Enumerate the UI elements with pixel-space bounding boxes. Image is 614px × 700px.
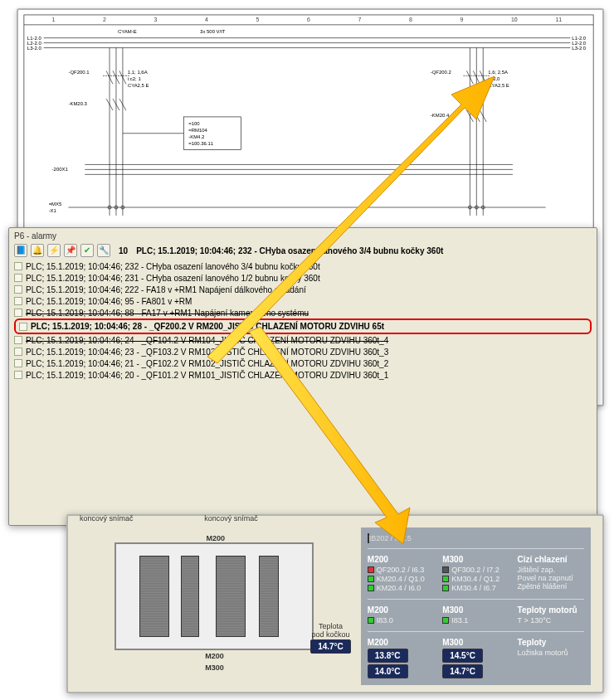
svg-text:-KM20.3: -KM20.3 xyxy=(68,101,87,106)
alarm-row[interactable]: PLC; 15.1.2019; 10:04:46; 21 - _QF102.2 … xyxy=(14,357,592,369)
svg-text:8: 8 xyxy=(409,17,412,22)
alarm-row[interactable]: PLC; 15.1.2019; 10:04:46; 95 - FA801 v +… xyxy=(14,295,592,307)
alarms-toolbar: 📘 🔔 ⚡ 📌 ✔ 🔧 10 PLC; 15.1.2019; 10:04:46;… xyxy=(14,244,592,257)
svg-text:7: 7 xyxy=(358,17,362,22)
alarm-checkbox[interactable] xyxy=(14,297,22,305)
alarm-row[interactable]: PLC; 15.1.2019; 10:04:46; 232 - CHyba os… xyxy=(14,260,592,272)
alarm-text: PLC; 15.1.2019; 10:04:46; 23 - _QF103.2 … xyxy=(26,348,388,357)
svg-text:=MX5: =MX5 xyxy=(49,202,62,207)
alarm-row[interactable]: PLC; 15.1.2019; 10:04:46; 222 - FA18 v +… xyxy=(14,284,592,295)
toolbar-bolt-icon[interactable]: ⚡ xyxy=(47,244,61,257)
m200-temps: M200 13.8°C 14.0°C xyxy=(368,638,434,678)
alarm-checkbox[interactable] xyxy=(14,309,22,317)
alarm-text: PLC; 15.1.2019; 10:04:46; 24 - _QF104.2 … xyxy=(26,336,388,345)
alarm-list: PLC; 15.1.2019; 10:04:46; 232 - CHyba os… xyxy=(14,260,592,381)
svg-text:-QF200.2: -QF200.2 xyxy=(431,70,451,75)
alarm-row[interactable]: PLC; 15.1.2019; 10:04:46; 28 - _QF200.2 … xyxy=(14,318,592,334)
svg-text:i:c2,0: i:c2,0 xyxy=(488,76,500,81)
alarm-checkbox[interactable] xyxy=(14,285,22,294)
toolbar-wrench-icon[interactable]: 🔧 xyxy=(97,244,110,257)
alarm-checkbox[interactable] xyxy=(14,371,22,379)
svg-text:CYA2,5 E: CYA2,5 E xyxy=(128,83,149,88)
alarm-row[interactable]: PLC; 15.1.2019; 10:04:46; 231 - CHyba os… xyxy=(14,272,592,284)
alarm-row[interactable]: PLC; 15.1.2019; 10:04:46; 24 - _QF104.2 … xyxy=(14,334,592,346)
svg-text:9: 9 xyxy=(460,17,463,22)
m300-temps: M300 14.5°C 14.7°C xyxy=(442,638,509,678)
alarms-title: P6 - alarmy xyxy=(14,231,592,241)
alarm-status-line: PLC; 15.1.2019; 10:04:46; 232 - CHyba os… xyxy=(136,246,443,255)
svg-text:2: 2 xyxy=(103,17,106,22)
cizi-chlazeni: Cizí chlazení Jištění zap. Povel na zapn… xyxy=(518,555,584,593)
alarm-text: PLC; 15.1.2019; 10:04:46; 21 - _QF102.2 … xyxy=(26,359,388,368)
alarm-checkbox[interactable] xyxy=(14,262,22,270)
svg-text:-KM20.4: -KM20.4 xyxy=(431,113,450,118)
svg-text:-X1: -X1 xyxy=(49,208,57,213)
qf200-2-group: -QF200.2 1,6; 2,5A i:c2,0 CYA2,5 E -KM20… xyxy=(431,48,509,216)
toolbar-ack-icon[interactable]: ✔ xyxy=(80,244,94,257)
alarm-checkbox[interactable] xyxy=(14,359,22,367)
svg-text:1,1; 1,6A: 1,1; 1,6A xyxy=(128,70,148,75)
column-numbers: 1 2 3 4 5 6 7 8 9 10 11 xyxy=(52,17,563,22)
svg-text:-200X1: -200X1 xyxy=(52,167,69,172)
svg-text:i:c2; 1: i:c2; 1 xyxy=(128,76,142,81)
toolbar-pin-icon[interactable]: 📌 xyxy=(64,244,77,257)
svg-text:-KM4.2: -KM4.2 xyxy=(188,134,204,139)
hmi-status-panel: tB202 / I51.5 M200 QF200.2 / I6.3 KM20.4… xyxy=(361,527,591,685)
alarm-text: PLC; 15.1.2019; 10:04:46; 232 - CHyba os… xyxy=(26,262,320,271)
alarm-text: PLC; 15.1.2019; 10:04:46; 20 - _QF101.2 … xyxy=(26,371,388,380)
svg-text:3: 3 xyxy=(154,17,158,22)
svg-text:10: 10 xyxy=(511,17,518,22)
alarm-text: PLC; 15.1.2019; 10:04:46; 88 - FA17 v +R… xyxy=(26,309,309,318)
m300-status: M300 QF300.2 / I7.2 KM30.4 / Q1.2 KM30.4… xyxy=(442,555,509,593)
alarm-checkbox[interactable] xyxy=(14,336,22,344)
svg-text:=100: =100 xyxy=(188,121,200,126)
limit-switch-left: koncový snímač xyxy=(80,514,134,523)
alarms-panel: P6 - alarmy 📘 🔔 ⚡ 📌 ✔ 🔧 10 PLC; 15.1.201… xyxy=(8,227,597,526)
motor-diagram: M200 M200 M300 xyxy=(115,542,314,650)
svg-text:1,6; 2,5A: 1,6; 2,5A xyxy=(488,70,508,75)
kocka-temp: Teplota pod kočkou 14.7°C xyxy=(310,623,351,654)
alarm-text: PLC; 15.1.2019; 10:04:46; 222 - FA18 v +… xyxy=(26,285,306,294)
limit-switch-right: koncový snímač xyxy=(204,514,258,523)
alarm-row[interactable]: PLC; 15.1.2019; 10:04:46; 20 - _QF101.2 … xyxy=(14,369,592,381)
svg-text:1: 1 xyxy=(52,17,56,22)
svg-text:-QF200.1: -QF200.1 xyxy=(68,70,90,75)
alarm-checkbox[interactable] xyxy=(19,323,27,331)
svg-text:11: 11 xyxy=(556,17,563,22)
hmi-left: koncový snímač koncový snímač M200 M200 … xyxy=(80,527,349,685)
alarm-count: 10 xyxy=(119,246,128,255)
qf200-1-group: -QF200.1 1,1; 1,6A i:c2; 1 CYA2,5 E -KM2… xyxy=(68,48,149,216)
svg-text:=100.36.11: =100.36.11 xyxy=(188,141,214,146)
svg-text:CYA2,5 E: CYA2,5 E xyxy=(488,83,509,88)
alarm-text: PLC; 15.1.2019; 10:04:46; 28 - _QF200.2 … xyxy=(31,322,384,331)
alarm-checkbox[interactable] xyxy=(14,274,22,282)
svg-text:L3-2.0: L3-2.0 xyxy=(27,46,42,51)
hmi-panel: koncový snímač koncový snímač M200 M200 … xyxy=(66,514,604,693)
alarm-row[interactable]: PLC; 15.1.2019; 10:04:46; 88 - FA17 v +R… xyxy=(14,307,592,318)
svg-text:3x 500 V/IT: 3x 500 V/IT xyxy=(200,29,226,34)
svg-text:5: 5 xyxy=(256,17,260,22)
toolbar-book-icon[interactable]: 📘 xyxy=(14,244,27,257)
alarm-row[interactable]: PLC; 15.1.2019; 10:04:46; 23 - _QF103.2 … xyxy=(14,346,592,357)
svg-text:6: 6 xyxy=(307,17,310,22)
svg-text:L3-2.0: L3-2.0 xyxy=(572,46,587,51)
alarm-text: PLC; 15.1.2019; 10:04:46; 231 - CHyba os… xyxy=(26,274,320,283)
svg-text:=RM104: =RM104 xyxy=(188,128,207,133)
svg-text:4: 4 xyxy=(205,17,208,22)
toolbar-bell-icon[interactable]: 🔔 xyxy=(31,244,44,257)
alarm-checkbox[interactable] xyxy=(14,348,22,356)
m200-status: M200 QF200.2 / I6.3 KM20.4 / Q1.0 KM20.4… xyxy=(368,555,434,593)
svg-text:CYAM-E: CYAM-E xyxy=(118,29,137,34)
alarm-text: PLC; 15.1.2019; 10:04:46; 95 - FA801 v +… xyxy=(26,297,192,306)
